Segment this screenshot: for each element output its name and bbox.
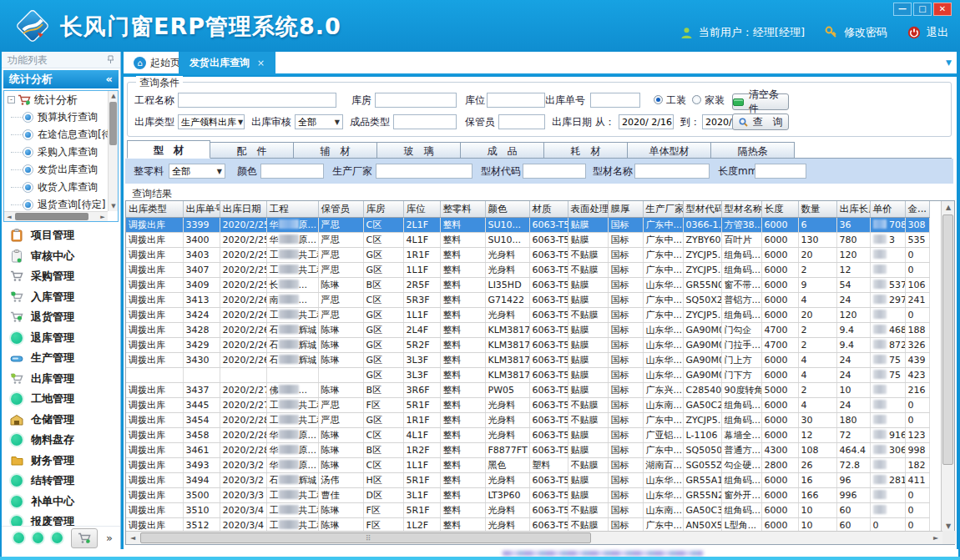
keeper-input[interactable] bbox=[498, 114, 545, 129]
sidebar-item-10[interactable]: 物料盘存 bbox=[2, 430, 120, 451]
scroll-left-arrow[interactable]: ◄ bbox=[126, 532, 139, 544]
change-password-link[interactable]: 修改密码 bbox=[844, 25, 887, 40]
cart-module-button[interactable] bbox=[71, 528, 98, 548]
sidebar-item-4[interactable]: 退货管理 bbox=[2, 307, 120, 328]
warehouse-input[interactable] bbox=[375, 93, 457, 108]
material-tab-2[interactable]: 辅 材 bbox=[294, 142, 377, 159]
scrollbar-thumb[interactable] bbox=[140, 532, 591, 543]
sidebar-item-5[interactable]: 退库管理 bbox=[2, 328, 120, 349]
sidebar-item-7[interactable]: 出库管理 bbox=[2, 369, 120, 390]
maximize-button[interactable]: □ bbox=[913, 3, 932, 16]
location-input[interactable] bbox=[487, 93, 545, 108]
column-header-14[interactable]: 型材名称 bbox=[721, 201, 761, 217]
logout-link[interactable]: 退出 bbox=[927, 25, 948, 40]
material-tab-0[interactable]: 型 材 bbox=[127, 140, 210, 159]
column-header-16[interactable]: 数量 bbox=[798, 201, 836, 217]
material-tab-1[interactable]: 配 件 bbox=[210, 142, 294, 159]
column-header-12[interactable]: 生产厂家 bbox=[643, 201, 683, 217]
column-header-6[interactable]: 库位 bbox=[403, 201, 440, 217]
column-header-18[interactable]: 单价 bbox=[870, 201, 905, 217]
table-row[interactable]: 调拨出库34612020/2/28华原...陈琳B区1R2F整料F8877FT6… bbox=[126, 442, 929, 457]
scroll-up-arrow[interactable]: ▲ bbox=[942, 201, 955, 214]
table-row[interactable]: 调拨出库34372020/2/27佛...陈琳B区3R6F整料PW056063-… bbox=[126, 382, 929, 397]
sidebar-item-0[interactable]: 项目管理 bbox=[2, 225, 120, 246]
sidebar-item-3[interactable]: 入库管理 bbox=[2, 287, 120, 308]
table-row[interactable]: 调拨出库34032020/2/25工共工程严思G区1R1F整料光身料6063-T… bbox=[126, 247, 929, 262]
scrollbar-thumb[interactable] bbox=[15, 213, 88, 220]
scroll-down-arrow[interactable]: ▼ bbox=[109, 201, 119, 211]
tree-item-1[interactable]: 在途信息查询[待 bbox=[4, 126, 108, 144]
column-header-11[interactable]: 膜厚 bbox=[608, 201, 643, 217]
material-tab-6[interactable]: 单体型材 bbox=[628, 142, 711, 159]
scroll-up-arrow[interactable]: ▲ bbox=[109, 91, 119, 101]
scroll-left-arrow[interactable]: ◄ bbox=[4, 212, 14, 222]
manufacturer-input[interactable] bbox=[376, 164, 472, 179]
column-header-10[interactable]: 表面处理 bbox=[568, 201, 608, 217]
table-row[interactable]: 调拨出库35102020/3/4工共工程陈琳F区5R1F整料光身料6063-T5… bbox=[126, 502, 929, 517]
industrial-radio-label[interactable]: 工装 bbox=[666, 93, 686, 108]
sidebar-item-12[interactable]: 结转管理 bbox=[2, 471, 120, 492]
project-name-input[interactable] bbox=[178, 93, 336, 108]
audit-dropdown[interactable]: 全部▼ bbox=[295, 114, 343, 129]
scrollbar-thumb[interactable] bbox=[942, 214, 953, 465]
sidebar-item-6[interactable]: 生产管理 bbox=[2, 348, 120, 369]
sidebar-section-header[interactable]: 统计分析 « bbox=[3, 70, 119, 88]
table-row[interactable]: 调拨出库34942020/3/2石辉城汤伟H区5R1F整料光身料6063-T5贴… bbox=[126, 472, 929, 487]
column-header-7[interactable]: 整零料 bbox=[440, 201, 485, 217]
profile-code-input[interactable] bbox=[523, 164, 586, 179]
tree-horizontal-scrollbar[interactable]: ◄ ► bbox=[4, 211, 108, 221]
column-header-1[interactable]: 出库单号 bbox=[183, 201, 220, 217]
material-tab-4[interactable]: 成 品 bbox=[461, 142, 544, 159]
pin-icon[interactable] bbox=[107, 55, 114, 64]
module-dot-icon[interactable] bbox=[13, 532, 24, 543]
tree-root-item[interactable]: -统计分析 bbox=[4, 91, 108, 108]
module-dot-icon[interactable] bbox=[52, 532, 63, 543]
table-row[interactable]: 调拨出库34452020/2/27工共工程严思F区5R1F整料光身料6063-T… bbox=[126, 397, 929, 412]
industrial-radio[interactable] bbox=[654, 95, 663, 104]
date-from-dropdown[interactable]: 2020/ 2/16▼ bbox=[619, 114, 674, 129]
profile-name-input[interactable] bbox=[634, 164, 710, 179]
column-header-15[interactable]: 长度 bbox=[761, 201, 798, 217]
column-header-0[interactable]: 出库类型 bbox=[126, 201, 183, 217]
table-horizontal-scrollbar[interactable]: ◄ ► bbox=[126, 531, 956, 544]
table-row[interactable]: 调拨出库35002020/3/3工共工程曹佳D区3L1F整料LT3P606063… bbox=[126, 487, 929, 502]
table-row[interactable]: 调拨出库34282020/2/26石辉城陈琳G区2L4F整料KLM3817606… bbox=[126, 322, 929, 337]
sidebar-item-1[interactable]: 审核中心 bbox=[2, 246, 120, 267]
product-type-input[interactable] bbox=[393, 114, 457, 129]
table-row[interactable]: 调拨出库34302020/2/26石辉城陈琳G区3L3F整料KLM3817606… bbox=[126, 352, 929, 367]
home-decor-radio-label[interactable]: 家装 bbox=[705, 93, 725, 108]
tree-item-5[interactable]: 退货查询[待定] bbox=[4, 196, 108, 211]
column-header-5[interactable]: 库房 bbox=[363, 201, 403, 217]
material-tab-7[interactable]: 隔热条 bbox=[711, 142, 795, 159]
tab-close-icon[interactable]: × bbox=[257, 58, 265, 68]
search-button[interactable]: 查 询 bbox=[732, 114, 789, 130]
tree-item-3[interactable]: 发货出库查询 bbox=[4, 161, 108, 179]
tree-item-4[interactable]: 收货入库查询 bbox=[4, 179, 108, 196]
table-row[interactable]: 调拨出库34092020/2/25长...陈琳B区2R5F整料LI35HD606… bbox=[126, 277, 929, 292]
table-row[interactable]: 调拨出库34542020/2/28工共工程严思G区1R1F整料光身料6063-T… bbox=[126, 412, 929, 427]
overflow-chevron[interactable]: » bbox=[106, 534, 113, 542]
table-row[interactable]: 调拨出库34242020/2/26工共工程严思G区1L1F整料光身料6063-T… bbox=[126, 307, 929, 322]
length-input[interactable] bbox=[755, 164, 806, 179]
scroll-right-arrow[interactable]: ► bbox=[929, 532, 942, 544]
tree-item-2[interactable]: 采购入库查询 bbox=[4, 144, 108, 161]
column-header-13[interactable]: 型材代码 bbox=[683, 201, 721, 217]
table-row[interactable]: G区3L3F整料KLM38176063-T5贴膜国标山东华...GA90M09.… bbox=[126, 367, 929, 382]
column-header-3[interactable]: 工程 bbox=[266, 201, 318, 217]
order-no-input[interactable] bbox=[590, 93, 640, 108]
column-header-17[interactable]: 出库长度 bbox=[836, 201, 870, 217]
table-row[interactable]: 调拨出库34582020/2/28华原...陈琳C区4L1F整料光身料6063-… bbox=[126, 427, 929, 442]
table-row[interactable]: 调拨出库34072020/2/25工共工程严思G区1L1F整料光身料6063-T… bbox=[126, 262, 929, 277]
table-row[interactable]: 调拨出库34002020/2/25华原...严思C区4L1F整料SU10...6… bbox=[126, 232, 929, 247]
tree-expander-icon[interactable]: - bbox=[8, 96, 15, 103]
sidebar-item-8[interactable]: 工地管理 bbox=[2, 389, 120, 410]
column-header-4[interactable]: 保管员 bbox=[318, 201, 363, 217]
material-tab-5[interactable]: 耗 材 bbox=[544, 142, 628, 159]
color-input[interactable] bbox=[260, 164, 324, 179]
module-dot-icon[interactable] bbox=[33, 532, 43, 543]
close-button[interactable]: ✕ bbox=[933, 3, 952, 16]
tree-item-0[interactable]: 预算执行查询 bbox=[4, 108, 108, 126]
sidebar-item-11[interactable]: 财务管理 bbox=[2, 451, 120, 472]
column-header-9[interactable]: 材质 bbox=[529, 201, 568, 217]
scrollbar-thumb[interactable] bbox=[109, 102, 117, 145]
